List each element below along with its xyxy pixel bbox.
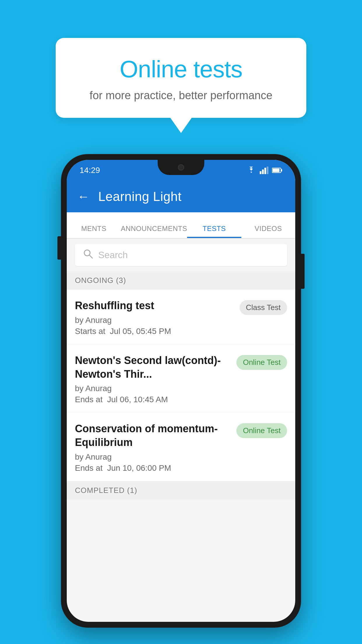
phone-screen: 14:29 bbox=[67, 160, 295, 622]
tab-tests[interactable]: TESTS bbox=[187, 212, 241, 238]
tab-announcements[interactable]: ANNOUNCEMENTS bbox=[121, 212, 187, 238]
svg-rect-2 bbox=[264, 168, 266, 174]
test-item[interactable]: Conservation of momentum-Equilibrium by … bbox=[67, 413, 295, 481]
bubble-subtitle: for more practice, better performance bbox=[76, 89, 286, 102]
search-placeholder-text: Search bbox=[98, 250, 128, 260]
test-date: Starts at Jul 05, 05:45 PM bbox=[75, 327, 234, 336]
svg-rect-1 bbox=[262, 169, 264, 174]
svg-rect-3 bbox=[267, 167, 268, 174]
phone-frame: 14:29 bbox=[61, 155, 301, 627]
test-badge: Class Test bbox=[240, 300, 287, 315]
svg-line-8 bbox=[89, 255, 92, 258]
test-date: Ends at Jun 10, 06:00 PM bbox=[75, 463, 231, 473]
battery-icon bbox=[272, 167, 282, 174]
bubble-title: Online tests bbox=[76, 55, 286, 83]
search-container: Search bbox=[67, 239, 295, 271]
test-list: Reshuffling test by Anurag Starts at Jul… bbox=[67, 290, 295, 481]
tab-bar: MENTS ANNOUNCEMENTS TESTS VIDEOS bbox=[67, 212, 295, 239]
test-name: Reshuffling test bbox=[75, 299, 234, 313]
ongoing-section-header: ONGOING (3) bbox=[67, 271, 295, 290]
test-badge: Online Test bbox=[236, 423, 287, 438]
tab-ments[interactable]: MENTS bbox=[67, 212, 121, 238]
back-button[interactable]: ← bbox=[77, 190, 89, 204]
test-name: Conservation of momentum-Equilibrium bbox=[75, 422, 231, 449]
test-by: by Anurag bbox=[75, 316, 234, 325]
search-icon bbox=[83, 249, 93, 261]
test-info: Reshuffling test by Anurag Starts at Jul… bbox=[75, 299, 234, 336]
test-info: Conservation of momentum-Equilibrium by … bbox=[75, 422, 231, 473]
app-header: ← Learning Light bbox=[67, 181, 295, 212]
speech-bubble-container: Online tests for more practice, better p… bbox=[56, 38, 306, 118]
svg-rect-0 bbox=[260, 171, 261, 174]
test-item[interactable]: Reshuffling test by Anurag Starts at Jul… bbox=[67, 290, 295, 344]
speech-bubble: Online tests for more practice, better p… bbox=[56, 38, 306, 118]
status-time: 14:29 bbox=[80, 166, 100, 175]
test-by: by Anurag bbox=[75, 452, 231, 462]
test-by: by Anurag bbox=[75, 384, 231, 393]
phone-wrapper: 14:29 bbox=[61, 155, 301, 627]
test-item[interactable]: Newton's Second law(contd)-Newton's Thir… bbox=[67, 344, 295, 413]
camera bbox=[178, 164, 184, 171]
test-info: Newton's Second law(contd)-Newton's Thir… bbox=[75, 354, 231, 405]
status-icons bbox=[246, 167, 282, 174]
svg-rect-5 bbox=[273, 169, 280, 172]
completed-section-header: COMPLETED (1) bbox=[67, 481, 295, 500]
app-title: Learning Light bbox=[98, 189, 182, 204]
phone-notch bbox=[158, 160, 204, 175]
tab-videos[interactable]: VIDEOS bbox=[241, 212, 295, 238]
svg-rect-6 bbox=[281, 169, 282, 172]
search-bar[interactable]: Search bbox=[75, 244, 287, 266]
signal-icon bbox=[260, 167, 268, 174]
test-name: Newton's Second law(contd)-Newton's Thir… bbox=[75, 354, 231, 381]
test-badge: Online Test bbox=[236, 355, 287, 370]
test-date: Ends at Jul 06, 10:45 AM bbox=[75, 395, 231, 404]
wifi-icon bbox=[246, 167, 256, 174]
